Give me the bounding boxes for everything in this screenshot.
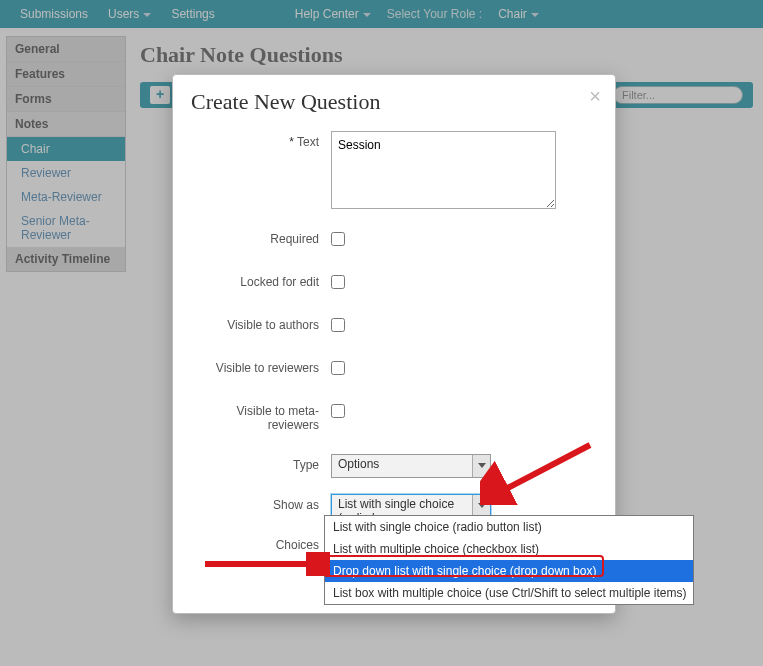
chevron-down-icon <box>472 455 490 477</box>
type-select[interactable]: Options <box>331 454 491 478</box>
show-as-option-radio[interactable]: List with single choice (radio button li… <box>325 516 693 538</box>
label-visible-meta: Visible to meta-reviewers <box>191 400 331 432</box>
label-type: Type <box>191 454 331 472</box>
chevron-down-icon <box>472 495 490 517</box>
type-select-value: Options <box>338 457 379 471</box>
show-as-option-listbox[interactable]: List box with multiple choice (use Ctrl/… <box>325 582 693 604</box>
label-visible-reviewers: Visible to reviewers <box>191 357 331 375</box>
required-checkbox[interactable] <box>331 232 345 246</box>
visible-meta-checkbox[interactable] <box>331 404 345 418</box>
show-as-dropdown-list: List with single choice (radio button li… <box>324 515 694 605</box>
close-icon[interactable]: × <box>589 85 601 108</box>
label-locked: Locked for edit <box>191 271 331 289</box>
label-required: Required <box>191 228 331 246</box>
show-as-option-dropdown[interactable]: Drop down list with single choice (drop … <box>325 560 693 582</box>
text-input[interactable] <box>331 131 556 209</box>
label-choices: Choices <box>191 534 331 552</box>
modal-title: Create New Question <box>191 89 597 115</box>
visible-authors-checkbox[interactable] <box>331 318 345 332</box>
label-visible-authors: Visible to authors <box>191 314 331 332</box>
label-show-as: Show as <box>191 494 331 512</box>
show-as-option-checkbox[interactable]: List with multiple choice (checkbox list… <box>325 538 693 560</box>
visible-reviewers-checkbox[interactable] <box>331 361 345 375</box>
locked-checkbox[interactable] <box>331 275 345 289</box>
label-text: * Text <box>191 131 331 149</box>
